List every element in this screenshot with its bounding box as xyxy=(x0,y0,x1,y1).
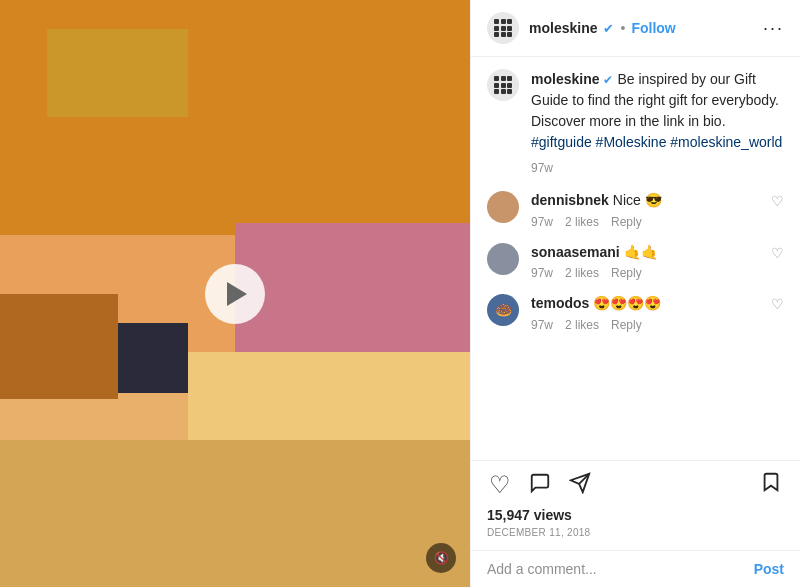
views-count: 15,947 views xyxy=(487,507,784,523)
comment-avatar-temodos: 🍩 xyxy=(487,294,519,326)
bookmark-button[interactable] xyxy=(758,469,784,501)
verified-icon: ✔ xyxy=(603,21,614,36)
comment-row: dennisbnekNice 😎 97w 2 likes Reply ♡ xyxy=(487,191,784,229)
bookmark-icon xyxy=(760,471,782,493)
comment-icon xyxy=(529,472,551,494)
comment-like-icon-2[interactable]: ♡ xyxy=(771,294,784,312)
comment-content-0: dennisbnekNice 😎 97w 2 likes Reply xyxy=(531,191,759,229)
caption-hashtags[interactable]: #giftguide #Moleskine #moleskine_world xyxy=(531,134,782,150)
comment-username-0[interactable]: dennisbnek xyxy=(531,192,609,208)
mute-button[interactable]: 🔇 xyxy=(426,543,456,573)
comment-username-1[interactable]: sonaasemani xyxy=(531,244,620,260)
comment-meta-1: 97w 2 likes Reply xyxy=(531,266,759,280)
share-icon xyxy=(569,472,591,494)
comment-text-1: sonaasemani🤙🤙 xyxy=(531,243,759,263)
comment-reply-0[interactable]: Reply xyxy=(611,215,642,229)
comment-likes-1[interactable]: 2 likes xyxy=(565,266,599,280)
header-avatar xyxy=(487,12,519,44)
actions-bar: ♡ 15,947 views December 11, 2018 xyxy=(471,460,800,550)
more-options-button[interactable]: ··· xyxy=(763,19,784,37)
action-icons-group: ♡ xyxy=(487,469,784,501)
comment-content-1: sonaasemani🤙🤙 97w 2 likes Reply xyxy=(531,243,759,281)
moleskine-logo-icon xyxy=(494,19,512,37)
comment-row: sonaasemani🤙🤙 97w 2 likes Reply ♡ xyxy=(487,243,784,281)
comment-body-2: 😍😍😍😍 xyxy=(593,295,661,311)
play-icon xyxy=(227,282,247,306)
dot-separator: • xyxy=(620,20,625,36)
comment-row: 🍩 temodos😍😍😍😍 97w 2 likes Reply ♡ xyxy=(487,294,784,332)
post-header: moleskine ✔ • Follow ··· xyxy=(471,0,800,57)
caption-logo-icon xyxy=(494,76,512,94)
comment-reply-2[interactable]: Reply xyxy=(611,318,642,332)
comment-timestamp-0: 97w xyxy=(531,215,553,229)
post-comment-button[interactable]: Post xyxy=(754,561,784,577)
play-button[interactable] xyxy=(205,264,265,324)
comment-meta-2: 97w 2 likes Reply xyxy=(531,318,759,332)
like-button[interactable]: ♡ xyxy=(487,471,513,499)
comment-input[interactable] xyxy=(487,561,754,577)
header-name-group: moleskine ✔ • Follow xyxy=(529,20,763,36)
comment-text-0: dennisbnekNice 😎 xyxy=(531,191,759,211)
comment-like-icon-0[interactable]: ♡ xyxy=(771,191,784,209)
comment-meta-0: 97w 2 likes Reply xyxy=(531,215,759,229)
comment-body-1: 🤙🤙 xyxy=(624,244,658,260)
comment-content-2: temodos😍😍😍😍 97w 2 likes Reply xyxy=(531,294,759,332)
comments-area: moleskine✔ Be inspired by our Gift Guide… xyxy=(471,57,800,460)
comment-username-2[interactable]: temodos xyxy=(531,295,589,311)
comment-input-area: Post xyxy=(471,550,800,587)
comment-avatar-sona xyxy=(487,243,519,275)
header-username[interactable]: moleskine xyxy=(529,20,597,36)
follow-button[interactable]: Follow xyxy=(631,20,675,36)
comment-avatar-dennis xyxy=(487,191,519,223)
comment-likes-2[interactable]: 2 likes xyxy=(565,318,599,332)
comment-button[interactable] xyxy=(527,470,553,500)
video-panel: 🔇 xyxy=(0,0,470,587)
caption-username[interactable]: moleskine xyxy=(531,71,599,87)
caption-body: moleskine✔ Be inspired by our Gift Guide… xyxy=(531,69,784,177)
share-button[interactable] xyxy=(567,470,593,500)
mute-icon: 🔇 xyxy=(434,551,449,565)
comment-timestamp-2: 97w xyxy=(531,318,553,332)
caption-timestamp: 97w xyxy=(531,159,784,177)
right-panel: moleskine ✔ • Follow ··· moleskine✔ Be i… xyxy=(470,0,800,587)
caption-avatar xyxy=(487,69,519,101)
comment-timestamp-1: 97w xyxy=(531,266,553,280)
comment-likes-0[interactable]: 2 likes xyxy=(565,215,599,229)
caption-row: moleskine✔ Be inspired by our Gift Guide… xyxy=(487,69,784,177)
comment-text-2: temodos😍😍😍😍 xyxy=(531,294,759,314)
post-date: December 11, 2018 xyxy=(487,527,784,538)
verified-caption-icon: ✔ xyxy=(603,73,613,87)
comment-reply-1[interactable]: Reply xyxy=(611,266,642,280)
comment-body-0: Nice 😎 xyxy=(613,192,662,208)
comment-like-icon-1[interactable]: ♡ xyxy=(771,243,784,261)
